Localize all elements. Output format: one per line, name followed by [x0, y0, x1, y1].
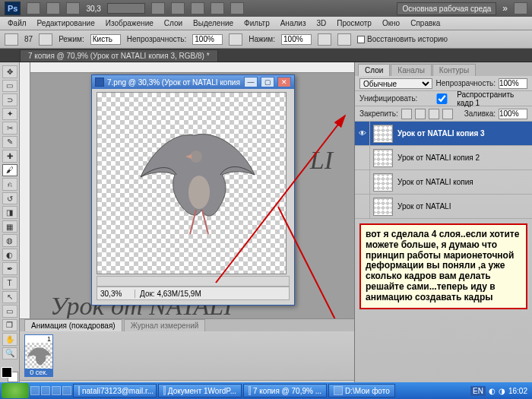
mb-icon[interactable]: [46, 2, 60, 14]
eye-icon[interactable]: 👁: [355, 122, 370, 145]
type-tool[interactable]: T: [2, 277, 17, 290]
eye-icon[interactable]: [355, 146, 370, 169]
brush-tool-icon[interactable]: [5, 33, 18, 46]
fill-input[interactable]: [499, 109, 527, 119]
layer-row[interactable]: 👁 Урок от NATALI копия 3: [355, 122, 532, 146]
panel-tab-layers[interactable]: Слои: [358, 64, 390, 76]
docwin-titlebar[interactable]: 7.png @ 30,3% (Урок от NATALI копия 3, R…: [92, 75, 294, 89]
doc-zoom[interactable]: 30,3%: [97, 290, 135, 298]
history-brush-tool[interactable]: ↺: [2, 192, 17, 205]
quick-chrome-icon[interactable]: [52, 386, 61, 395]
layer-name[interactable]: Урок от NATALI копия 3: [396, 129, 532, 138]
hand-icon[interactable]: [151, 2, 165, 14]
arrange-icon[interactable]: [211, 2, 224, 14]
task-photoshop[interactable]: 7 копия @ 70,9% ...: [243, 384, 327, 397]
path-tool[interactable]: ↖: [2, 291, 17, 304]
lang-indicator[interactable]: EN: [470, 386, 486, 396]
task-word[interactable]: Документ 1WordP...: [158, 384, 242, 397]
anim-tab-frames[interactable]: Анимация (покадровая): [24, 319, 122, 331]
bridge-icon[interactable]: [27, 2, 40, 14]
gradient-tool[interactable]: ▦: [2, 220, 17, 233]
lock-pixels-icon[interactable]: [415, 109, 426, 119]
eye-icon[interactable]: [355, 195, 370, 218]
layer-opacity-input[interactable]: [499, 78, 527, 89]
wand-tool[interactable]: ✦: [2, 108, 17, 121]
workspace-dropdown[interactable]: Основная рабочая среда: [397, 2, 496, 15]
blend-mode-select[interactable]: Обычные: [359, 78, 432, 89]
lock-trans-icon[interactable]: [401, 109, 412, 119]
screen-icon[interactable]: [230, 2, 244, 14]
collapse-icon[interactable]: [514, 2, 527, 14]
menu-select[interactable]: Выделение: [188, 17, 238, 29]
zoom-tool[interactable]: 🔍: [2, 347, 17, 360]
eraser-tool[interactable]: ◨: [2, 206, 17, 219]
canvas[interactable]: [97, 92, 287, 274]
move-tool[interactable]: ✥: [2, 65, 17, 78]
3d-tool[interactable]: ❒: [2, 319, 17, 332]
heal-tool[interactable]: ✚: [2, 150, 17, 163]
zoom-select[interactable]: [107, 3, 145, 14]
tablet-icon[interactable]: [337, 33, 351, 46]
shape-tool[interactable]: ▭: [2, 305, 17, 318]
menu-image[interactable]: Изображение: [101, 17, 158, 29]
layer-name[interactable]: Урок от NATALI копия 2: [396, 154, 532, 162]
tray-icon[interactable]: ◑: [499, 387, 505, 395]
menu-layer[interactable]: Слои: [160, 17, 187, 29]
opacity-input[interactable]: [192, 34, 223, 45]
menu-edit[interactable]: Редактирование: [33, 17, 100, 29]
menu-help[interactable]: Справка: [406, 17, 445, 29]
tray-icon[interactable]: ◐: [489, 387, 496, 395]
zoom-tool-icon[interactable]: [171, 2, 185, 14]
crop-tool[interactable]: ✂: [2, 122, 17, 135]
start-button[interactable]: [2, 383, 29, 398]
history-checkbox[interactable]: [357, 36, 365, 43]
anim-tab-log[interactable]: Журнал измерений: [124, 319, 206, 331]
marquee-tool[interactable]: ▭: [2, 80, 17, 93]
lock-all-icon[interactable]: [442, 109, 453, 119]
quick-app-icon[interactable]: [62, 386, 71, 395]
color-swatches[interactable]: [2, 367, 18, 382]
maximize-button[interactable]: ▢: [261, 77, 274, 87]
clock[interactable]: 16:02: [508, 387, 527, 395]
layer-row[interactable]: Урок от NATALI: [355, 195, 532, 219]
menu-filter[interactable]: Фильтр: [239, 17, 274, 29]
rotate-icon[interactable]: [191, 2, 204, 14]
pen-tool[interactable]: ✒: [2, 262, 17, 275]
document-tab[interactable]: 7 копия @ 70,9% (Урок от NATALI копия 3,…: [20, 49, 218, 62]
dodge-tool[interactable]: ◐: [2, 249, 17, 261]
minimize-button[interactable]: —: [244, 77, 258, 87]
view-icon[interactable]: [66, 2, 80, 14]
propagate-checkbox[interactable]: [429, 93, 454, 104]
menu-3d[interactable]: 3D: [312, 17, 331, 29]
panel-tab-channels[interactable]: Каналы: [391, 64, 432, 76]
pressure-icon[interactable]: [229, 33, 242, 46]
system-tray[interactable]: EN ◐ ◑ 16:02: [467, 386, 530, 396]
quick-opera-icon[interactable]: [41, 386, 50, 395]
stamp-tool[interactable]: ⎌: [2, 178, 17, 191]
zoom-display[interactable]: 30,3: [86, 5, 100, 13]
layer-row[interactable]: Урок от NATALI копия 2: [355, 146, 532, 170]
task-explorer[interactable]: D:\Мои фото: [328, 384, 395, 397]
menu-analysis[interactable]: Анализ: [276, 17, 311, 29]
frame-duration[interactable]: 0 сек.: [25, 369, 52, 376]
task-mail[interactable]: natali73123@mail.r...: [73, 384, 157, 397]
lasso-tool[interactable]: ⊃: [2, 93, 17, 106]
chevrons-icon[interactable]: »: [502, 3, 508, 14]
brush-tool[interactable]: 🖌: [2, 164, 17, 177]
hand-tool[interactable]: ✋: [2, 333, 17, 346]
brush-preset-icon[interactable]: [39, 33, 52, 46]
quick-ie-icon[interactable]: [30, 386, 40, 395]
h-scrollbar[interactable]: [97, 276, 290, 287]
eye-icon[interactable]: [355, 170, 370, 194]
menu-window[interactable]: Окно: [378, 17, 404, 29]
flow-input[interactable]: [281, 34, 312, 45]
blur-tool[interactable]: ◍: [2, 234, 17, 247]
layer-name[interactable]: Урок от NATALI копия: [396, 178, 532, 186]
panel-tab-paths[interactable]: Контуры: [432, 64, 476, 76]
layer-row[interactable]: Урок от NATALI копия: [355, 170, 532, 195]
close-button[interactable]: ✕: [277, 77, 291, 87]
lock-pos-icon[interactable]: [429, 109, 439, 119]
layer-name[interactable]: Урок от NATALI: [396, 202, 532, 211]
airbrush-icon[interactable]: [318, 33, 331, 46]
mode-select[interactable]: [90, 34, 121, 45]
